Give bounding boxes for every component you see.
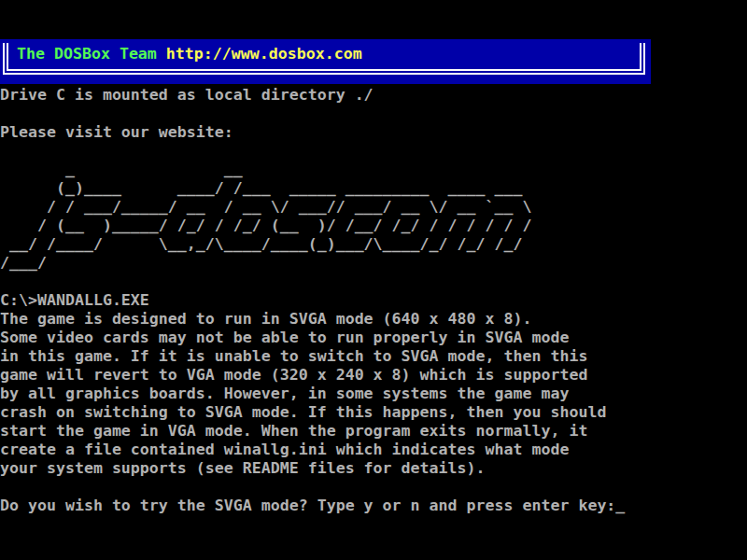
game-info-line: Some video cards may not be able to run … [0,329,747,347]
jsdos-ascii-art-line: / (__ )_____/ /_/ / /_/ (__ )/ /__/ /_/ … [0,217,747,235]
game-info-line: game will revert to VGA mode (320 x 240 … [0,366,747,385]
blank-line [0,273,747,291]
jsdos-ascii-art-line: / / ___/_____/ __ / __ \/ ___// ___/ __ … [0,198,747,217]
game-info-line: start the game in VGA mode. When the pro… [0,422,747,441]
game-info-line: by all graphics boards. However, in some… [0,385,747,403]
dosbox-url-text: http://www.dosbox.com [166,45,362,63]
jsdos-ascii-art-line: /___/ [0,254,747,273]
dosbox-banner: The DOSBox Team http://www.dosbox.com [0,39,651,84]
visit-website-line: Please visit our website: [0,123,747,142]
prompt-text: Do you wish to try the SVGA mode? Type y… [0,497,615,514]
svga-prompt-line[interactable]: Do you wish to try the SVGA mode? Type y… [0,497,747,515]
blank-line [0,142,747,161]
jsdos-ascii-art-line: _ __ [0,161,747,179]
game-info-line: create a file contained winallg.ini whic… [0,441,747,459]
game-info-line: The game is designed to run in SVGA mode… [0,310,747,329]
mount-status-line: Drive C is mounted as local directory ./ [0,86,747,105]
blank-line [0,478,747,497]
jsdos-ascii-art-line: __/ /____/ \__,_/\____/____(_)___/\____/… [0,235,747,254]
jsdos-ascii-art-line: (_)____ ____/ /___ _____ _________ ____ … [0,179,747,198]
text-cursor[interactable]: _ [615,497,625,514]
dosbox-terminal-screen[interactable]: The DOSBox Team http://www.dosbox.com Dr… [0,0,747,560]
banner-title: The DOSBox Team http://www.dosbox.com [17,45,362,63]
terminal-output: Drive C is mounted as local directory ./… [0,86,747,515]
dosbox-team-label: The DOSBox Team [17,45,166,63]
blank-line [0,105,747,123]
game-info-line: your system supports (see README files f… [0,459,747,478]
game-info-line: crash on switching to SVGA mode. If this… [0,403,747,422]
command-line: C:\>WANDALLG.EXE [0,291,747,310]
game-info-line: in this game. If it is unable to switch … [0,347,747,366]
